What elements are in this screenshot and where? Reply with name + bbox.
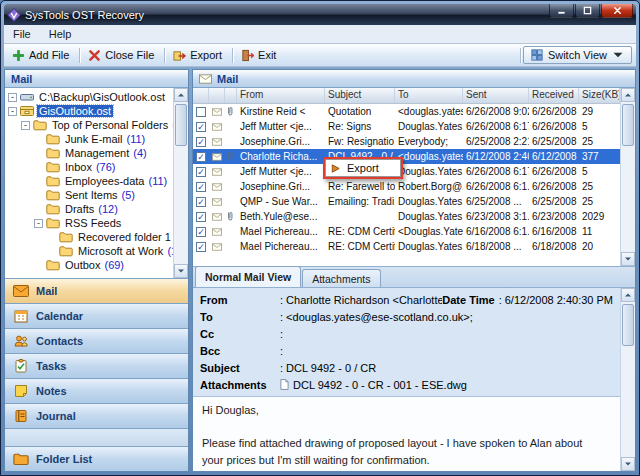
maximize-button[interactable] <box>575 4 600 18</box>
sidebar-item-notes[interactable]: Notes <box>5 378 188 403</box>
close-file-button[interactable]: Close File <box>84 47 160 64</box>
row-checkbox[interactable]: ✓ <box>193 242 209 252</box>
mail-row[interactable]: ✓Charlotte Richa...DCL 9492 - 0 / C<doug… <box>193 149 620 164</box>
tree-item-outbox[interactable]: Outbox(69) <box>5 258 173 272</box>
mail-row[interactable]: ✓Mael Pichereau...RE: CDM Certifi...Doug… <box>193 239 620 254</box>
cell-sent: 6/26/2008 9:02... <box>463 106 529 117</box>
folder-panel-title: Mail <box>11 73 32 85</box>
tree-expander[interactable]: - <box>21 121 30 130</box>
tree-scrollbar[interactable] <box>173 88 188 278</box>
preview-scrollbar[interactable] <box>620 288 635 471</box>
cell-sent: 6/16/2008 6:1... <box>463 226 529 237</box>
tree-item-employees-data[interactable]: Employees-data(11) <box>5 174 173 188</box>
tree-item-rss-feeds[interactable]: -RSS Feeds <box>5 216 173 230</box>
mail-panel: Mail FromSubjectToSentReceivedSize(KB) K… <box>192 69 636 472</box>
tree-expander[interactable]: - <box>8 107 17 116</box>
column-header-blank[interactable] <box>209 88 225 103</box>
list-scrollbar[interactable] <box>620 88 635 266</box>
column-header-blank[interactable] <box>225 88 237 103</box>
tree-item-count: (4) <box>133 147 146 159</box>
scroll-track[interactable] <box>621 302 635 457</box>
tree-item-count: (11) <box>126 133 145 145</box>
cell-subject: Re: Farewell to... <box>325 181 395 192</box>
column-header-to[interactable]: To <box>395 88 463 103</box>
sidebar-item-folder-list[interactable]: Folder List <box>5 446 188 471</box>
scroll-track[interactable] <box>174 102 188 264</box>
sidebar-item-calendar[interactable]: Calendar <box>5 303 188 328</box>
sidebar-item-tasks[interactable]: Tasks <box>5 353 188 378</box>
row-checkbox[interactable]: ✓ <box>193 122 209 132</box>
row-checkbox[interactable]: ✓ <box>193 227 209 237</box>
mail-row[interactable]: ✓Mael Pichereau...RE: CDM Certifi...<Dou… <box>193 224 620 239</box>
scroll-up-button[interactable] <box>621 288 635 302</box>
sidebar-item-journal[interactable]: Journal <box>5 403 188 428</box>
exit-button[interactable]: Exit <box>237 47 282 64</box>
close-button[interactable] <box>601 4 633 18</box>
column-header-blank[interactable] <box>193 88 209 103</box>
mail-row[interactable]: ✓Josephine.Gri...Fw: Resignatio...Everyb… <box>193 134 620 149</box>
add-file-button[interactable]: Add File <box>8 47 75 64</box>
mail-row[interactable]: ✓Jeff Mutter <je...Re: SignsDouglas.Yate… <box>193 119 620 134</box>
tree-item-junk-e-mail[interactable]: Junk E-mail(11) <box>5 132 173 146</box>
mail-row[interactable]: ✓QMP - Sue War...Emailing: Tradi...Dougl… <box>193 194 620 209</box>
scroll-down-button[interactable] <box>174 264 188 278</box>
menu-item-export[interactable]: Export <box>326 160 400 176</box>
checkbox-icon: ✓ <box>196 137 206 147</box>
export-button[interactable]: Export <box>169 47 228 64</box>
attachment-file-name[interactable]: DCL 9492 - 0 - CR - 001 - ESE.dwg <box>293 379 613 391</box>
mail-row[interactable]: ✓Jeff Mutter <je...Douglas.Yates...6/26/… <box>193 164 620 179</box>
mail-row[interactable]: Kirstine Reid <Quotation<douglas.yates.6… <box>193 104 620 119</box>
row-checkbox[interactable]: ✓ <box>193 152 209 162</box>
tree-item-gisoutlook-ost[interactable]: -GisOutlook.ost <box>5 104 173 118</box>
tree-expander[interactable]: - <box>8 93 17 102</box>
column-header-from[interactable]: From <box>237 88 325 103</box>
row-checkbox[interactable]: ✓ <box>193 167 209 177</box>
column-header-sent[interactable]: Sent <box>463 88 529 103</box>
scroll-down-button[interactable] <box>621 457 635 471</box>
scroll-thumb[interactable] <box>622 104 634 146</box>
tree-item-inbox[interactable]: Inbox(76) <box>5 160 173 174</box>
scroll-up-button[interactable] <box>174 88 188 102</box>
scroll-thumb[interactable] <box>622 304 634 346</box>
minimize-button[interactable] <box>549 4 574 18</box>
cc-value: : <box>280 328 613 340</box>
column-header-size-kb[interactable]: Size(KB) <box>579 88 620 103</box>
attachment-icon-cell <box>225 106 237 117</box>
scroll-up-button[interactable] <box>621 88 635 102</box>
mail-icon-cell <box>209 107 225 117</box>
mail-row[interactable]: ✓Josephine.Gri...Re: Farewell to...Rober… <box>193 179 620 194</box>
tab-attachments[interactable]: Attachments <box>302 269 380 287</box>
title-bar[interactable]: SysTools OST Recovery <box>4 4 636 25</box>
tree-item-recovered-folder-1[interactable]: Recovered folder 1(1) <box>5 230 173 244</box>
tree-expander[interactable]: - <box>34 219 43 228</box>
scroll-thumb[interactable] <box>175 104 187 146</box>
scroll-track[interactable] <box>621 102 635 252</box>
export-label: Export <box>190 49 222 61</box>
row-checkbox[interactable]: ✓ <box>193 137 209 147</box>
switch-view-button[interactable]: Switch View <box>523 46 632 64</box>
sidebar-item-mail[interactable]: Mail <box>5 278 188 303</box>
scroll-down-button[interactable] <box>621 252 635 266</box>
cell-received: 6/25/2008 2:2... <box>529 136 579 147</box>
tree-item-sent-items[interactable]: Sent Items(5) <box>5 188 173 202</box>
folder-icon <box>46 189 60 201</box>
toolbar-separator <box>520 48 521 63</box>
row-checkbox[interactable]: ✓ <box>193 182 209 192</box>
column-header-received[interactable]: Received <box>529 88 579 103</box>
tree-item-management[interactable]: Management(4) <box>5 146 173 160</box>
row-checkbox[interactable]: ✓ <box>193 197 209 207</box>
tree-item-top-of-personal-folders[interactable]: -Top of Personal Folders(0) <box>5 118 173 132</box>
row-checkbox[interactable]: ✓ <box>193 212 209 222</box>
tree-item-microsoft-at-work[interactable]: Microsoft at Work(18) <box>5 244 173 258</box>
menu-file[interactable]: File <box>4 26 40 42</box>
sidebar-item-contacts[interactable]: Contacts <box>5 328 188 353</box>
tab-normal-mail-view[interactable]: Normal Mail View <box>195 266 301 287</box>
tree-item-c-backup-gisoutlook-ost[interactable]: -C:\Backup\GisOutlook.ost <box>5 90 173 104</box>
menu-help[interactable]: Help <box>40 26 81 42</box>
row-checkbox[interactable] <box>193 107 209 117</box>
tree-item-drafts[interactable]: Drafts(12) <box>5 202 173 216</box>
mail-row[interactable]: ✓Beth.Yule@ese...Douglas.Yates6/23/2008 … <box>193 209 620 224</box>
column-header-subject[interactable]: Subject <box>325 88 395 103</box>
tree-item-label: Employees-data <box>63 175 147 187</box>
cell-to: Robert.Borg@... <box>395 181 463 192</box>
